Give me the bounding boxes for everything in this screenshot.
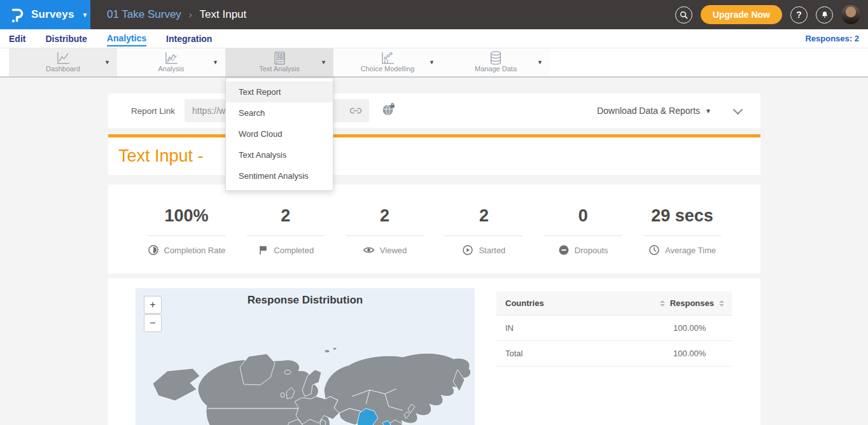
sort-icon[interactable]	[660, 300, 665, 307]
minus-circle-icon	[558, 244, 570, 256]
table-row: IN 100.00%	[496, 316, 732, 341]
column-header-responses[interactable]: Responses	[670, 298, 714, 308]
menu-item-sentiment-analysis[interactable]: Sentiment Analysis	[226, 165, 333, 186]
upgrade-now-button[interactable]: Upgrade Now	[701, 5, 782, 24]
countries-table-header: Countries Responses	[496, 291, 732, 316]
copy-link-icon[interactable]	[349, 105, 363, 116]
stat-completed: 2 Completed	[236, 206, 335, 274]
stat-label: Completion Rate	[164, 246, 226, 255]
survey-stats-panel: 100% Completion Rate 2	[108, 185, 760, 274]
user-avatar[interactable]	[841, 5, 860, 24]
responses-count: Responses: 2	[805, 34, 859, 43]
subnav-item-edit[interactable]: Edit	[9, 31, 25, 46]
stat-label: Completed	[274, 246, 314, 255]
subnav-item-integration[interactable]: Integration	[166, 31, 212, 46]
stat-label: Dropouts	[575, 246, 608, 255]
country-cell: Total	[496, 349, 673, 358]
breadcrumb-survey-name[interactable]: 01 Take Survey	[107, 8, 181, 21]
table-row-total: Total 100.00%	[496, 341, 732, 366]
map-title: Response Distribution	[136, 294, 475, 307]
clock-icon	[648, 244, 660, 256]
stat-dropouts: 0 Dropouts	[533, 206, 633, 274]
report-visibility-button[interactable]	[382, 102, 396, 119]
header-actions: Upgrade Now ?	[675, 0, 860, 29]
app-screen: Surveys ▼ 01 Take Survey › Text Input Up…	[0, 0, 868, 425]
report-link-bar: Report Link https://ww Downlo	[108, 94, 760, 128]
chevron-down-icon: ▼	[705, 108, 711, 115]
stat-label: Viewed	[380, 246, 407, 255]
text-analysis-dropdown-menu: Text Report Search Word Cloud Text Analy…	[225, 78, 333, 191]
search-button[interactable]	[675, 6, 692, 24]
stat-completion-rate: 100% Completion Rate	[137, 206, 236, 274]
bell-icon	[820, 10, 829, 20]
tab-label: Analysis	[117, 65, 225, 73]
stat-viewed: 2 Viewed	[335, 206, 435, 274]
menu-item-text-analysis[interactable]: Text Analysis	[226, 144, 333, 165]
line-chart-icon	[55, 50, 71, 66]
divider	[643, 235, 721, 236]
column-header-countries[interactable]: Countries	[496, 298, 660, 308]
breadcrumb-current-page: Text Input	[200, 8, 247, 21]
product-name: Surveys	[31, 8, 74, 21]
stat-value: 0	[533, 206, 633, 226]
database-icon	[487, 50, 504, 66]
countries-table: Countries Responses IN 100.00% Total 100…	[496, 291, 732, 366]
divider	[445, 235, 522, 236]
tab-label: Choice Modelling	[333, 65, 442, 73]
tab-analysis[interactable]: Analysis ▼	[117, 48, 225, 76]
chevron-down-icon[interactable]: ▼	[104, 59, 110, 66]
divider	[544, 235, 622, 236]
stat-label: Started	[479, 246, 505, 255]
chevron-down-icon[interactable]: ▼	[321, 59, 326, 66]
tab-label: Manage Data	[442, 65, 550, 73]
scatter-chart-icon	[379, 50, 396, 66]
collapse-section-chevron-icon[interactable]	[733, 104, 743, 115]
report-link-label: Report Link	[131, 106, 175, 116]
tab-text-analysis[interactable]: Text Analysis ▼	[225, 48, 333, 76]
brand-surveys-menu[interactable]: Surveys ▼	[0, 0, 90, 29]
notifications-button[interactable]	[816, 6, 833, 24]
menu-item-search[interactable]: Search	[226, 102, 333, 123]
multi-line-chart-icon	[163, 50, 179, 66]
menu-item-word-cloud[interactable]: Word Cloud	[226, 123, 333, 144]
globe-lock-icon	[382, 102, 396, 116]
chevron-down-icon[interactable]: ▼	[213, 59, 218, 66]
subnav-item-distribute[interactable]: Distribute	[45, 31, 87, 46]
distribution-panel: Response Distribution + − Countries Resp…	[108, 278, 760, 425]
completion-rate-icon	[148, 244, 159, 256]
survey-subnav: Edit Distribute Analytics Integration Re…	[0, 29, 868, 48]
questionpro-logo-icon	[10, 6, 25, 24]
eye-icon	[363, 244, 375, 256]
sort-icon[interactable]	[719, 300, 724, 307]
responses-cell: 100.00%	[673, 349, 732, 358]
tab-manage-data[interactable]: Manage Data ▼	[442, 48, 550, 76]
country-cell: IN	[496, 323, 673, 333]
help-button[interactable]: ?	[790, 6, 808, 24]
analytics-toolbar: Dashboard ▼ Analysis ▼ Text Analysis	[0, 48, 868, 78]
response-distribution-map[interactable]: Response Distribution + −	[136, 288, 475, 425]
world-map[interactable]	[136, 288, 475, 425]
divider	[247, 235, 325, 236]
map-zoom-out-button[interactable]: −	[144, 314, 162, 332]
tab-dashboard[interactable]: Dashboard ▼	[9, 48, 117, 76]
page-title: Text Input -	[118, 137, 760, 175]
subnav-item-analytics[interactable]: Analytics	[107, 31, 146, 46]
menu-item-text-report[interactable]: Text Report	[226, 81, 333, 102]
tab-label: Dashboard	[9, 65, 117, 73]
column-header-responses-group: Responses	[660, 298, 732, 308]
tab-choice-modelling[interactable]: Choice Modelling ▼	[333, 48, 442, 76]
download-data-reports-menu[interactable]: Download Data & Reports ▼	[597, 106, 711, 116]
stat-value: 2	[434, 206, 533, 226]
stat-started: 2 Started	[434, 206, 533, 274]
stat-average-time: 29 secs Average Time	[633, 206, 732, 274]
responses-cell: 100.00%	[673, 323, 732, 333]
question-mark-icon: ?	[796, 10, 802, 20]
breadcrumb: 01 Take Survey › Text Input	[107, 8, 246, 21]
chevron-down-icon[interactable]: ▼	[537, 59, 543, 66]
stat-value: 29 secs	[633, 206, 732, 226]
chevron-down-icon[interactable]: ▼	[429, 59, 435, 66]
stat-value: 2	[335, 206, 435, 226]
play-circle-icon	[462, 244, 473, 256]
question-title-panel: Text Input -	[108, 137, 760, 175]
map-zoom-in-button[interactable]: +	[144, 296, 162, 314]
